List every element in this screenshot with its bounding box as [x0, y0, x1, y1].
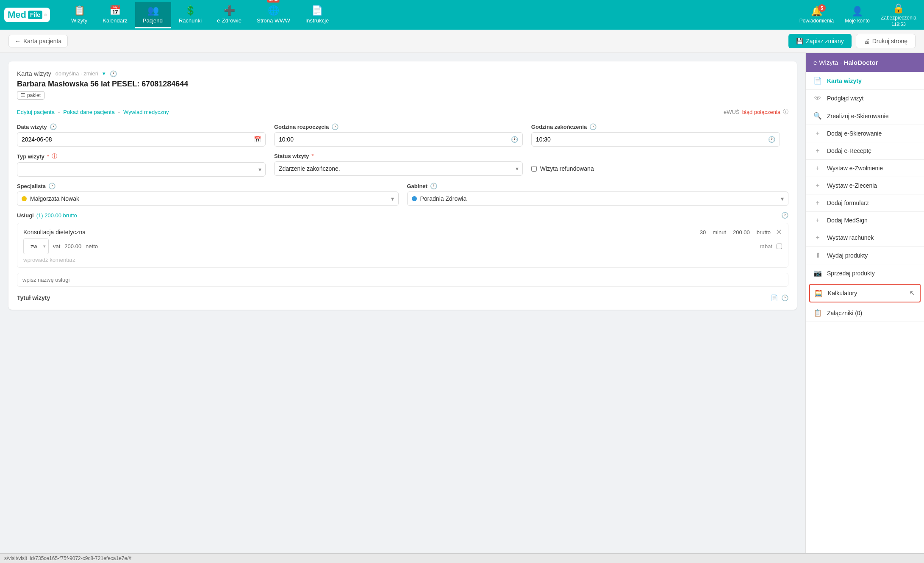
gabinet-label: Gabinet — [407, 183, 427, 189]
sidebar-item-zrealizuj-eskierowanie[interactable]: 🔍 Zrealizuj e-Skierowanie — [806, 107, 924, 125]
logo-area[interactable]: Med File ® — [4, 8, 55, 22]
plus-ezwolnienie-icon: + — [813, 164, 822, 172]
header-clock-icon: 🕐 — [110, 70, 117, 77]
type-select-wrapper[interactable] — [17, 162, 266, 177]
nav-item-kalendarz[interactable]: 📅 Kalendarz — [95, 2, 135, 28]
nav-mojekonto[interactable]: 👤 Moje konto — [841, 4, 873, 25]
status-group: Status wizyty * Zdarzenie zakończone. — [274, 153, 523, 177]
status-select[interactable]: Zdarzenie zakończone. — [274, 161, 523, 176]
ewus-info-icon[interactable]: ⓘ — [783, 108, 788, 116]
nav-label-kalendarz: Kalendarz — [103, 17, 128, 24]
sidebar-podglad-label: Podgląd wizyt — [827, 95, 863, 102]
nav-powiadomienia[interactable]: 🔔 5 Powiadomienia — [796, 4, 837, 25]
zabezpieczenia-label: Zabezpieczenia — [881, 15, 916, 21]
type-group: Typ wizyty * ⓘ — [17, 153, 266, 177]
back-label: Karta pacjenta — [23, 38, 61, 44]
sidebar-zrealizuj-label: Zrealizuj e-Skierowanie — [827, 113, 889, 119]
specialist-select[interactable]: Małgorzata Nowak ▾ — [17, 191, 399, 206]
wywiad-link[interactable]: Wywiad medyczny — [123, 109, 169, 115]
refund-checkbox[interactable] — [531, 166, 537, 172]
show-patient-link[interactable]: Pokaż dane pacjenta — [63, 109, 114, 115]
nav-item-wizyty[interactable]: 📋 Wizyty — [64, 2, 95, 28]
nav-item-stronawww[interactable]: 🌐 NEW Strona WWW — [249, 2, 298, 28]
sidebar-item-wystaw-rachunek[interactable]: + Wystaw rachunek — [806, 229, 924, 247]
nav-item-instrukcje[interactable]: 📄 Instrukcje — [298, 2, 337, 28]
title-clock-icon[interactable]: 🕐 — [781, 294, 788, 301]
sidebar-dodaj-eskierowanie-label: Dodaj e-Skierowanie — [827, 130, 882, 137]
back-arrow-icon: ← — [15, 38, 21, 44]
back-button[interactable]: ← Karta pacjenta — [8, 35, 68, 47]
service-remove-button[interactable]: ✕ — [776, 227, 782, 237]
sidebar-item-wydaj-produkty[interactable]: ⬆ Wydaj produkty — [806, 247, 924, 264]
wizyty-icon: 📋 — [74, 5, 85, 16]
gabinet-name: Poradnia Zdrowia — [420, 195, 778, 202]
nav-item-rachunki[interactable]: 💲 Rachunki — [171, 2, 209, 28]
services-header: Usługi (1) 200.00 brutto 🕐 — [17, 212, 788, 219]
rabat-checkbox[interactable] — [777, 244, 782, 249]
services-count: (1) 200.00 brutto — [36, 212, 77, 219]
service-add-input[interactable] — [17, 273, 788, 287]
save-button[interactable]: 💾 Zapisz zmiany — [788, 34, 851, 48]
plus-ezlecenia-icon: + — [813, 182, 822, 189]
sidebar-item-kalkulatory[interactable]: 🧮 Kalkulatory ↖ — [809, 284, 921, 302]
type-info-icon[interactable]: ⓘ — [52, 153, 57, 160]
nav-item-ezdrowie[interactable]: ➕ e-Zdrowie — [209, 2, 249, 28]
sidebar-item-karta-wizyty[interactable]: 📄 Karta wizyty — [806, 72, 924, 90]
date-input-wrapper[interactable]: 📅 — [17, 132, 266, 147]
sidebar-item-wystaw-ezlecenia[interactable]: + Wystaw e-Zlecenia — [806, 177, 924, 194]
datetime-row: Data wizyty 🕐 📅 Godzina rozpoczęcia 🕐 — [17, 123, 788, 147]
specialist-label: Specjalista — [17, 183, 46, 189]
visit-title-row: Tytuł wizyty 📄 🕐 — [17, 294, 788, 301]
card-header-top: Karta wizyty domyślna · zmień ▾ 🕐 — [17, 70, 788, 77]
service-brutto-value: 200.00 — [733, 229, 750, 236]
sidebar-item-dodaj-eskierowanie[interactable]: + Dodaj e-Skierowanie — [806, 125, 924, 142]
subtitle-text: domyślna · zmień — [55, 70, 98, 77]
sidebar-item-dodaj-medsign[interactable]: + Dodaj MedSign — [806, 212, 924, 229]
sidebar-item-dodaj-ecepte[interactable]: + Dodaj e-Receptę — [806, 142, 924, 160]
nav-item-pacjenci[interactable]: 👥 Pacjenci — [135, 2, 171, 28]
sidebar-item-wystaw-ezwolnienie[interactable]: + Wystaw e-Zwolnienie — [806, 160, 924, 177]
vat-select-wrapper[interactable]: zw ▾ — [23, 239, 49, 254]
sidebar-item-podglad-wizyt[interactable]: 👁 Podgląd wizyt — [806, 90, 924, 107]
sidebar-wystaw-rachunek-label: Wystaw rachunek — [827, 234, 874, 241]
end-time-input[interactable] — [536, 136, 765, 143]
sidebar-dodaj-erecepta-label: Dodaj e-Receptę — [827, 147, 871, 154]
sidebar-separator: - — [840, 59, 844, 66]
eye-icon: 👁 — [813, 94, 822, 102]
ewus-label: eWUŚ — [724, 109, 740, 115]
secondary-toolbar: ← Karta pacjenta 💾 Zapisz zmiany 🖨 Druku… — [0, 30, 924, 53]
type-select[interactable] — [17, 162, 266, 177]
sidebar-item-sprzedaj-produkty[interactable]: 📷 Sprzedaj produkty — [806, 264, 924, 282]
sidebar-sprzedaj-produkty-label: Sprzedaj produkty — [827, 270, 875, 277]
nav-items: 📋 Wizyty 📅 Kalendarz 👥 Pacjenci 💲 Rachun… — [64, 2, 796, 28]
vat-select[interactable]: zw — [26, 240, 42, 253]
sidebar-item-zalaczniki[interactable]: 📋 Załączniki (0) — [806, 304, 924, 322]
save-icon: 💾 — [796, 38, 803, 44]
status-select-wrapper[interactable]: Zdarzenie zakończone. — [274, 161, 523, 176]
gabinet-select[interactable]: Poradnia Zdrowia ▾ — [407, 191, 789, 206]
edit-patient-link[interactable]: Edytuj pacjenta — [17, 109, 55, 115]
camera-icon: 📷 — [813, 269, 822, 277]
file-icon: 📄 — [813, 77, 822, 85]
gabinet-group: Gabinet 🕐 Poradnia Zdrowia ▾ — [407, 183, 789, 206]
service-netto-label: netto — [86, 243, 98, 250]
visit-card: Karta wizyty domyślna · zmień ▾ 🕐 Barbar… — [8, 61, 797, 310]
end-time-wrapper[interactable]: 🕐 — [531, 132, 780, 147]
kalendarz-icon: 📅 — [109, 5, 121, 16]
date-label: Data wizyty — [17, 124, 47, 130]
nav-label-instrukcje: Instrukcje — [305, 17, 329, 24]
title-actions: 📄 🕐 — [771, 294, 788, 301]
sidebar-karta-wizyty-label: Karta wizyty — [827, 78, 862, 84]
title-doc-icon[interactable]: 📄 — [771, 294, 778, 301]
nav-zabezpieczenia[interactable]: 🔒 Zabezpieczenia 119:53 — [877, 1, 920, 28]
end-clock-icon: 🕐 — [589, 123, 597, 130]
print-button[interactable]: 🖨 Drukuj stronę — [856, 34, 916, 48]
start-time-input[interactable] — [279, 136, 508, 143]
patient-badge: ☰ pakiet — [17, 91, 44, 100]
change-link[interactable]: ▾ — [103, 70, 105, 77]
sidebar-item-dodaj-formularz[interactable]: + Dodaj formularz — [806, 194, 924, 212]
start-time-wrapper[interactable]: 🕐 — [274, 132, 523, 147]
service-comment[interactable]: wprowadź komentarz — [23, 257, 782, 263]
service-brutto-label: brutto — [757, 229, 771, 236]
date-input[interactable] — [22, 136, 250, 143]
